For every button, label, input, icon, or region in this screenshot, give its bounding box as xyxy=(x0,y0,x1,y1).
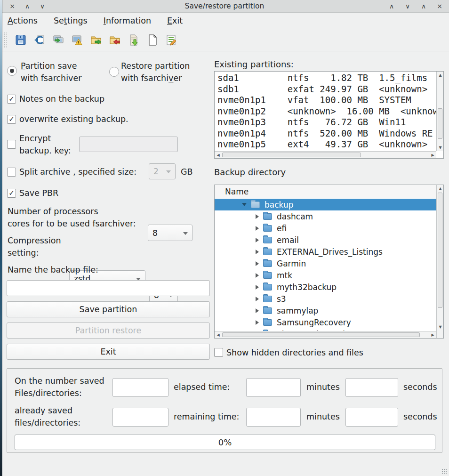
scroll-up-icon[interactable]: ▲ xyxy=(437,185,444,192)
scroll-right-icon[interactable]: ▶ xyxy=(429,331,436,339)
scroll-down-icon[interactable]: ▼ xyxy=(437,323,444,331)
partition-restore-button-main[interactable]: Partition restore xyxy=(7,323,210,339)
expand-icon[interactable] xyxy=(256,261,259,266)
scroll-down-icon[interactable]: ▼ xyxy=(437,144,444,151)
show-hidden-checkbox[interactable] xyxy=(214,348,223,359)
menu-settings[interactable]: Settings xyxy=(54,16,88,25)
expand-icon[interactable] xyxy=(256,297,259,301)
expand-icon[interactable] xyxy=(256,320,259,325)
radio-restore-partition[interactable] xyxy=(109,67,119,79)
remaining-minutes-field[interactable] xyxy=(246,408,301,427)
save-button[interactable] xyxy=(11,31,30,49)
menu-information[interactable]: Information xyxy=(104,16,151,25)
edit-notes-icon xyxy=(165,33,178,47)
remaining-seconds-field[interactable] xyxy=(345,408,398,427)
tree-item[interactable]: EXTERNAL_Drives_Listings xyxy=(215,246,436,258)
shade-icon[interactable]: ∧ xyxy=(22,2,33,10)
menu-exit[interactable]: Exit xyxy=(167,16,183,25)
partition-row[interactable]: nvme0n1p5 ext4 49.37 GB <unknown> xyxy=(217,139,436,150)
overwrite-checkbox[interactable]: ✓ xyxy=(7,114,16,124)
remaining-minutes-label: minutes xyxy=(306,411,340,423)
partition-vscrollbar[interactable]: ▲ ▼ xyxy=(436,72,443,151)
collapse-icon[interactable] xyxy=(242,203,247,206)
folder-icon xyxy=(263,237,272,243)
tree-item[interactable]: s3 xyxy=(215,293,436,305)
expand-icon[interactable] xyxy=(256,273,259,278)
tree-item[interactable]: dashcam xyxy=(215,210,436,222)
scroll-thumb[interactable] xyxy=(222,332,420,337)
scroll-thumb[interactable] xyxy=(438,108,442,139)
restore-backup-button[interactable] xyxy=(30,31,49,49)
tree-item[interactable]: SamsungRecovery xyxy=(215,316,436,328)
edit-notes-button[interactable] xyxy=(162,31,181,49)
tree-item[interactable]: efi xyxy=(215,222,436,234)
maximize-icon[interactable]: ∧ xyxy=(418,2,429,10)
partition-row[interactable]: nvme0n1p3 ntfs 76.72 GB Win11 xyxy=(217,117,436,128)
split-archive-checkbox[interactable] xyxy=(7,168,16,178)
cores-combo[interactable]: 8 xyxy=(148,225,192,241)
expand-icon[interactable] xyxy=(256,226,259,231)
expand-icon[interactable] xyxy=(256,285,259,290)
scroll-left-icon[interactable]: ◀ xyxy=(215,331,222,339)
scroll-left-icon[interactable]: ◀ xyxy=(215,152,222,159)
tree-item[interactable]: Garmin xyxy=(215,258,436,269)
partition-row[interactable]: sda1 ntfs 1.82 TB 1.5_films xyxy=(217,73,436,84)
radio-partition-save[interactable] xyxy=(7,66,17,76)
progress-bar: 0% xyxy=(15,435,435,450)
encrypt-key-input[interactable] xyxy=(79,137,178,152)
chevron-down-icon xyxy=(183,232,188,235)
save-partition-button[interactable] xyxy=(49,31,68,49)
already-saved-field[interactable] xyxy=(112,408,168,427)
tree-header-name[interactable]: Name xyxy=(215,185,436,198)
elapsed-seconds-field[interactable] xyxy=(345,378,398,397)
partition-row[interactable]: nvme0n1p4 ntfs 520.00 MB Windows RE xyxy=(217,128,436,139)
window-title: Save/restore partition xyxy=(0,2,449,10)
close-icon[interactable]: × xyxy=(434,2,445,10)
partition-row[interactable]: sdb1 exfat 249.97 GB <unknown> xyxy=(217,84,436,95)
shade-icon[interactable]: ∧ xyxy=(386,2,397,10)
expand-icon[interactable] xyxy=(256,250,259,254)
radio-restore-partition-label: Restore partition with fsarchiver xyxy=(121,60,190,84)
tree-item[interactable]: myth32backup xyxy=(215,281,436,293)
exit-button-main[interactable]: Exit xyxy=(7,344,210,360)
save-pbr-checkbox[interactable]: ✓ xyxy=(7,188,16,198)
tree-item-root[interactable]: backup xyxy=(215,199,436,210)
scroll-thumb[interactable] xyxy=(438,193,442,308)
resize-grip-icon[interactable] xyxy=(441,468,447,474)
scroll-thumb[interactable] xyxy=(222,153,361,157)
expand-icon[interactable] xyxy=(256,214,259,219)
save-partition-button-main[interactable]: Save partition xyxy=(7,301,210,317)
tree-item[interactable]: mtk xyxy=(215,269,436,281)
scroll-right-icon[interactable]: ▶ xyxy=(429,152,436,159)
backup-name-input[interactable] xyxy=(7,280,210,296)
encrypt-checkbox[interactable] xyxy=(7,140,16,151)
saved-count-field[interactable] xyxy=(112,378,168,397)
elapsed-minutes-field[interactable] xyxy=(246,378,301,397)
minimize-icon[interactable]: ∨ xyxy=(402,2,413,10)
expand-icon[interactable] xyxy=(256,238,259,242)
tree-vscrollbar[interactable]: ▲ ▼ xyxy=(436,185,443,338)
notes-checkbox[interactable]: ✓ xyxy=(7,94,16,104)
directory-tree: Name backup dashcam efi email xyxy=(214,185,444,339)
expand-icon[interactable] xyxy=(256,308,259,313)
partition-hscrollbar[interactable]: ◀ ▶ xyxy=(215,151,436,158)
toolbar-drag-handle[interactable] xyxy=(4,32,7,48)
partition-row[interactable]: nvme0n1p1 vfat 100.00 MB SYSTEM xyxy=(217,95,436,106)
folder-icon xyxy=(251,202,260,208)
restore-directory-button[interactable] xyxy=(105,31,124,49)
menu-actions[interactable]: Actions xyxy=(8,16,38,25)
tree-item[interactable]: email xyxy=(215,234,436,246)
close-icon[interactable]: × xyxy=(7,2,18,10)
tree-item[interactable]: sammylap xyxy=(215,305,436,316)
elapsed-time-label: elapsed time: xyxy=(174,381,230,393)
save-directory-button[interactable] xyxy=(87,31,105,49)
partition-row[interactable]: nvme0n1p2 <unknown> 16.00 MB <unknown> xyxy=(217,106,436,117)
scroll-up-icon[interactable]: ▲ xyxy=(437,72,444,79)
compress-archive-button[interactable] xyxy=(124,31,143,49)
unshade-icon[interactable]: ∨ xyxy=(37,2,48,10)
tree-hscrollbar[interactable]: ◀ ▶ xyxy=(215,331,436,338)
new-file-button[interactable] xyxy=(143,31,162,49)
new-file-icon xyxy=(146,33,159,47)
restore-partition-button[interactable] xyxy=(68,31,87,49)
split-size-combo[interactable]: 2 xyxy=(149,163,176,179)
